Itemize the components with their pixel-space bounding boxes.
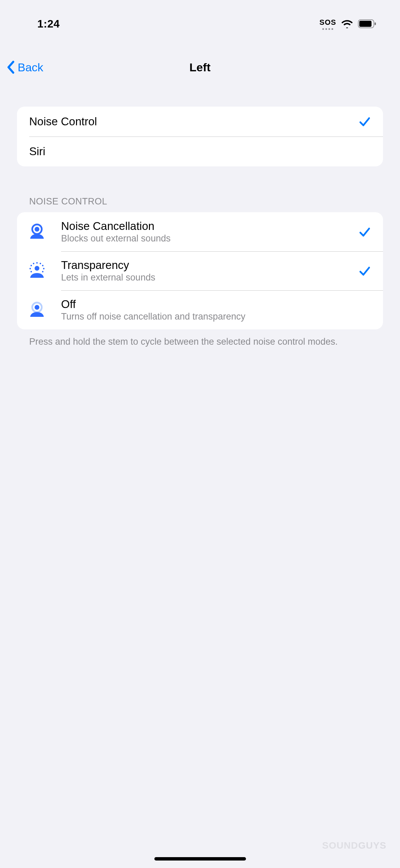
nav-bar: Back Left — [0, 51, 400, 84]
svg-point-11 — [43, 268, 44, 269]
svg-point-7 — [40, 263, 41, 264]
noise-cancellation-icon — [25, 220, 49, 244]
row-subtitle: Blocks out external sounds — [61, 233, 346, 244]
checkmark-icon — [359, 226, 371, 238]
section-header-noise-control: NOISE CONTROL — [29, 196, 383, 207]
row-noise-control[interactable]: Noise Control — [17, 107, 383, 137]
wifi-icon — [341, 19, 353, 28]
svg-point-5 — [36, 262, 38, 263]
row-off[interactable]: Off Turns off noise cancellation and tra… — [17, 290, 383, 329]
status-bar: 1:24 SOS — [0, 0, 400, 37]
svg-point-8 — [31, 265, 32, 266]
svg-point-9 — [42, 265, 43, 266]
svg-point-4 — [35, 227, 39, 232]
row-siri[interactable]: Siri — [17, 137, 383, 166]
row-title: Noise Cancellation — [61, 220, 346, 233]
transparency-icon — [25, 259, 49, 283]
svg-point-14 — [35, 266, 39, 271]
page-title: Left — [7, 61, 393, 74]
sos-indicator: SOS — [320, 18, 336, 30]
watermark-b: GUYS — [358, 840, 386, 851]
back-button[interactable]: Back — [7, 60, 43, 74]
row-noise-cancellation[interactable]: Noise Cancellation Blocks out external s… — [17, 212, 383, 251]
svg-rect-2 — [375, 22, 376, 25]
home-indicator[interactable] — [154, 857, 246, 861]
row-title: Transparency — [61, 259, 346, 272]
network-dots-icon — [322, 28, 333, 30]
sos-label: SOS — [320, 18, 336, 27]
svg-point-16 — [35, 305, 39, 310]
section-footer: Press and hold the stem to cycle between… — [29, 336, 371, 348]
status-right: SOS — [320, 18, 383, 30]
svg-rect-1 — [359, 21, 372, 27]
off-icon — [25, 298, 49, 322]
status-time: 1:24 — [17, 18, 60, 30]
watermark: SOUNDGUYS — [322, 840, 386, 851]
checkmark-icon — [359, 115, 371, 128]
svg-point-13 — [42, 271, 43, 272]
noise-control-modes-group: Noise Cancellation Blocks out external s… — [17, 212, 383, 329]
row-title: Off — [61, 298, 371, 311]
content: Noise Control Siri NOISE CONTROL N — [0, 84, 400, 348]
row-label: Siri — [29, 145, 45, 158]
svg-point-12 — [31, 271, 32, 272]
row-subtitle: Turns off noise cancellation and transpa… — [61, 311, 371, 322]
svg-point-10 — [30, 268, 31, 269]
checkmark-icon — [359, 265, 371, 277]
press-hold-action-group: Noise Control Siri — [17, 107, 383, 166]
chevron-left-icon — [7, 60, 15, 74]
watermark-a: SOUND — [322, 840, 358, 851]
row-transparency[interactable]: Transparency Lets in external sounds — [17, 251, 383, 290]
row-label: Noise Control — [29, 115, 97, 128]
battery-icon — [358, 19, 377, 28]
svg-point-6 — [33, 263, 34, 264]
back-label: Back — [18, 61, 43, 74]
row-subtitle: Lets in external sounds — [61, 272, 346, 283]
